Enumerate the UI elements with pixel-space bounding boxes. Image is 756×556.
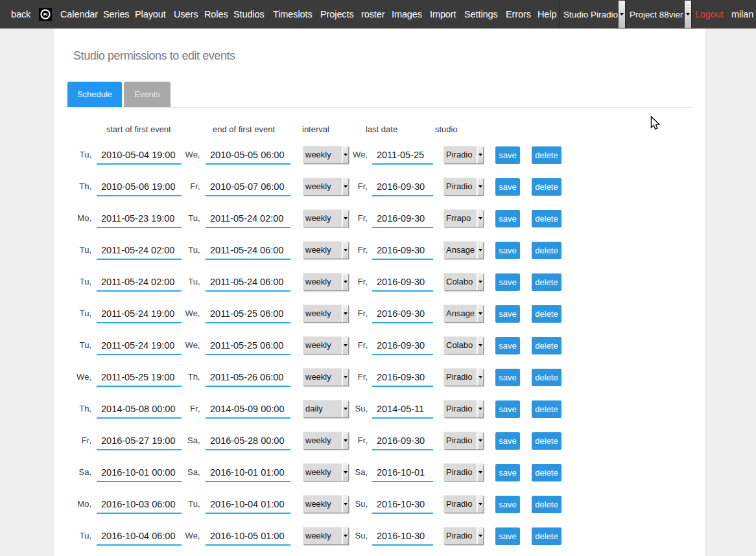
svg-text:PI: PI [43,12,47,17]
